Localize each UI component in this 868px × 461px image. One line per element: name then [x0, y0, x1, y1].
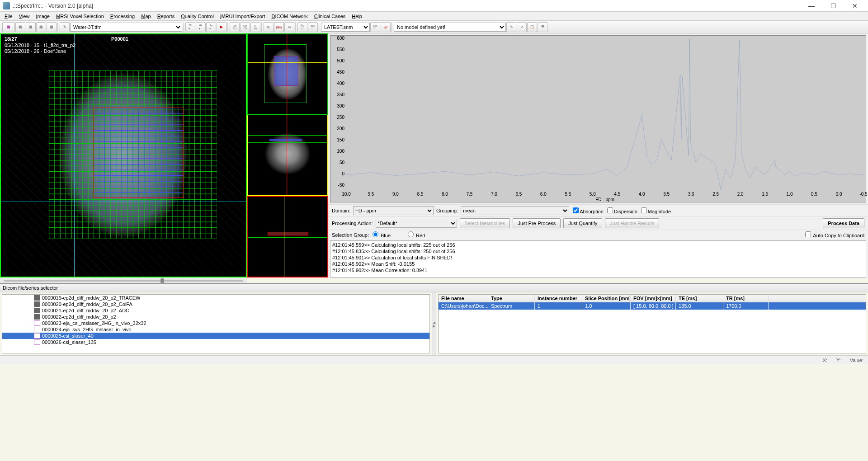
omega-icon[interactable]: ω [284, 22, 294, 32]
domain-row: Domain: FD - ppm Grouping: mean Absorpti… [328, 204, 868, 216]
menu-processing[interactable]: Processing [108, 13, 137, 20]
qi-icon[interactable]: Q! [381, 22, 391, 32]
tb-btn-3[interactable]: ▦ [36, 22, 46, 32]
series-item[interactable]: 0000020-ep2d_diff_mddw_20_p2_ColFA [2, 301, 429, 307]
menu-jmrui-import-export[interactable]: jMRUI Import/Export [217, 13, 268, 20]
slice-slider[interactable] [0, 278, 247, 283]
list-icon[interactable]: ☰ [538, 22, 547, 32]
snm-select[interactable]: LATEST.snm [321, 23, 370, 32]
flip-lr-icon[interactable]: flip↔ [297, 22, 307, 32]
menu-mrsi-voxel-selection[interactable]: MRSI Voxel Selection [53, 13, 107, 20]
minimize-button[interactable]: — [801, 1, 822, 11]
menu-help[interactable]: Help [349, 13, 365, 20]
series-item[interactable]: 0000026-csi_slaser_135 [2, 339, 429, 345]
red-voi-box [93, 108, 184, 198]
window-title: .::SpectrIm::. - Version 2.0 [alpha] [13, 3, 801, 9]
edit-icon[interactable]: ✎ [506, 22, 516, 32]
close-button[interactable]: ✕ [844, 1, 865, 11]
fill-icon[interactable]: 0fill [250, 22, 260, 32]
sagittal-viewer[interactable] [247, 196, 328, 278]
menu-dicom-network[interactable]: DICOM Network [269, 13, 311, 20]
series-item[interactable]: 0000023-eja_csi_mslaser_2HG_in_vivo_32x3… [2, 320, 429, 326]
handle-results-button: Just Handle Results [605, 218, 659, 228]
processing-row: Processing Action: *Default* Select Meta… [328, 216, 868, 230]
grouping-select[interactable]: mean [461, 206, 569, 215]
copy-icon[interactable]: 📋 [527, 22, 537, 32]
toolbar: ▦ ▦ ▦ ▦ ▦ ↻ Water-3T.tfm TD▾ HL▾ Ap▾ ▶ O… [0, 21, 868, 33]
domain-label: Domain: [332, 208, 350, 213]
status-y: Y: [836, 358, 841, 363]
table-header[interactable]: Type [488, 295, 535, 302]
table-row[interactable]: C:\Users\johan\Doc...Spectrum11.0[ 15.0,… [439, 302, 866, 310]
dispersion-checkbox[interactable] [607, 207, 613, 213]
coronal-viewer[interactable] [247, 115, 328, 196]
file-table[interactable]: File nameTypeInstance numberSlice Positi… [438, 294, 866, 353]
play-icon[interactable]: ▶ [217, 22, 226, 32]
baseline-icon[interactable]: bas〰 [308, 22, 318, 32]
status-x: X: [822, 358, 827, 363]
tfm-select[interactable]: Water-3T.tfm [70, 23, 182, 32]
series-item[interactable]: 0000021-ep2d_diff_mddw_20_p2_ADC [2, 307, 429, 314]
processing-label: Processing Action: [332, 221, 373, 226]
flexart-icon[interactable]: ▦ [2, 22, 15, 32]
selection-group-label: Selection Group: [332, 232, 369, 238]
table-header[interactable]: TE [ms] [676, 295, 723, 302]
log-area[interactable]: #12:01:45.559>> Calculating local shifts… [330, 240, 866, 278]
magnitude-checkbox[interactable] [641, 207, 647, 213]
process-data-button[interactable]: Process Data [823, 218, 864, 228]
series-item[interactable]: 0000024-eja_svs_2HG_mslaser_in_vivo [2, 326, 429, 333]
phi0-red-icon[interactable]: |φ₀| [274, 22, 284, 32]
tb-btn-2[interactable]: ▦ [26, 22, 36, 32]
table-header[interactable]: Slice Position [mm] [582, 295, 631, 302]
red-radio[interactable] [408, 231, 414, 237]
selector-header: Dicom file/series selector [0, 284, 868, 292]
select-metabolites-button: Select Metabolites [460, 218, 510, 228]
maximize-button[interactable]: ☐ [823, 1, 844, 11]
table-header[interactable]: Instance number [535, 295, 582, 302]
tdfd-icon-1[interactable]: TD▾ [185, 22, 195, 32]
baseline2-icon[interactable]: bas〰 [370, 22, 380, 32]
grouping-label: Grouping: [436, 208, 458, 213]
menu-map[interactable]: Map [138, 13, 153, 20]
domain-select[interactable]: FD - ppm [353, 206, 434, 215]
viewer-line2: 05/12/2018 - 26 - Doe^Jane [3, 47, 68, 55]
series-item[interactable]: 0000025-csi_slaser_40 [2, 333, 429, 339]
tb-btn-1[interactable]: ▦ [15, 22, 25, 32]
apod-icon[interactable]: Ap▾ [206, 22, 216, 32]
axial-viewer[interactable] [247, 33, 328, 115]
menu-view[interactable]: View [16, 13, 33, 20]
offset-fd-icon[interactable]: OffFD [230, 22, 240, 32]
offset-td-icon[interactable]: OffTD [240, 22, 250, 32]
auto-copy-checkbox[interactable] [805, 231, 811, 237]
pre-process-button[interactable]: Just Pre-Process [513, 218, 561, 228]
table-header[interactable]: TR [ms] [723, 295, 769, 302]
quantify-button[interactable]: Just Quantify [563, 218, 602, 228]
refresh-icon[interactable]: ↻ [60, 22, 70, 32]
app-icon [3, 2, 10, 9]
table-header[interactable]: File name [439, 295, 488, 302]
menu-reports[interactable]: Reports [155, 13, 178, 20]
main-viewer[interactable]: 18/27 P00001 05/12/2018 - 15 - t1_fl2d_t… [0, 33, 247, 278]
series-item[interactable]: 0000019-ep2d_diff_mddw_20_p2_TRACEW [2, 295, 429, 301]
menu-bar: FileViewImageMRSI Voxel SelectionProcess… [0, 12, 868, 21]
hlsvd-icon[interactable]: HL▾ [196, 22, 206, 32]
send-icon[interactable]: ↗ [517, 22, 527, 32]
menu-clinical-cases[interactable]: Clinical Cases [311, 13, 349, 20]
table-header[interactable]: FOV [mm]x[mm] [631, 295, 676, 302]
phi0-icon[interactable]: φ₀ [264, 22, 274, 32]
title-bar: .::SpectrIm::. - Version 2.0 [alpha] — ☐… [0, 0, 868, 12]
processing-select[interactable]: *Default* [376, 219, 457, 228]
splitter[interactable]: ◀▶ [432, 292, 436, 355]
tb-btn-4[interactable]: ▦ [47, 22, 57, 32]
series-tree[interactable]: 0000019-ep2d_diff_mddw_20_p2_TRACEW00000… [2, 294, 430, 353]
x-axis-label: FD - ppm [595, 197, 614, 202]
blue-radio[interactable] [373, 231, 378, 237]
menu-image[interactable]: Image [33, 13, 52, 20]
status-value: Value: [850, 358, 863, 363]
menu-file[interactable]: File [2, 13, 15, 20]
absorption-checkbox[interactable] [573, 207, 579, 213]
spectrum-chart[interactable]: -50050100150200250300350400450500550600 … [330, 35, 866, 202]
series-item[interactable]: 0000022-ep2d_diff_mddw_20_p2 [2, 314, 429, 320]
menu-quality-control[interactable]: Quality Control [178, 13, 217, 20]
model-select[interactable]: No model defined yet! [394, 23, 506, 32]
